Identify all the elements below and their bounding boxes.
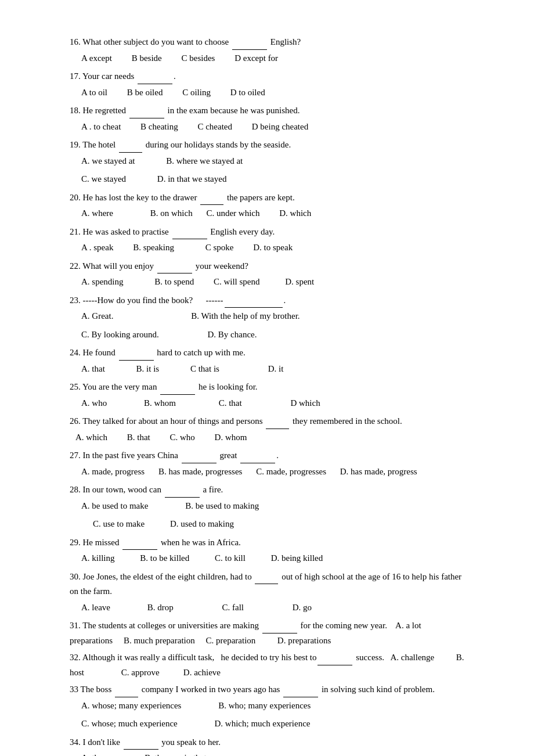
- q28-text: 28. In our town, wood can a fire.: [70, 483, 464, 498]
- question-34: 34. I don't like you speak to her. A. th…: [70, 735, 464, 757]
- q31-text: 31. The students at colleges or universi…: [70, 618, 464, 648]
- question-23: 23. -----How do you find the book? -----…: [70, 293, 464, 343]
- q20-text: 20. He has lost the key to the drawer th…: [70, 190, 464, 206]
- q34-options-1: A. the way B. the way in that: [81, 751, 464, 756]
- q32-text: 32. Although it was really a difficult t…: [70, 650, 464, 680]
- question-18: 18. He regretted in the exam because he …: [70, 103, 464, 134]
- question-17: 17. Your car needs . A to oil B be oiled…: [70, 69, 464, 100]
- q19-options-2: C. we stayed D. in that we stayed: [81, 172, 464, 187]
- question-20: 20. He has lost the key to the drawer th…: [70, 190, 464, 221]
- q22-text: 22. What will you enjoy your weekend?: [70, 259, 464, 274]
- q29-text: 29. He missed when he was in Africa.: [70, 535, 464, 550]
- q16-text: 16. What other subject do you want to ch…: [70, 35, 464, 50]
- question-25: 25. You are the very man he is looking f…: [70, 380, 464, 411]
- q19-options-1: A. we stayed at B. where we stayed at: [81, 154, 464, 169]
- question-33: 33 The boss company I worked in two year…: [70, 682, 464, 732]
- q22-options: A. spending B. to spend C. will spend D.…: [81, 275, 464, 290]
- q19-text: 19. The hotel during our holidays stands…: [70, 138, 464, 153]
- question-26: 26. They talked for about an hour of thi…: [70, 414, 464, 445]
- q23-options-2: C. By looking around. D. By chance.: [81, 327, 464, 343]
- question-29: 29. He missed when he was in Africa. A. …: [70, 535, 464, 566]
- question-28: 28. In our town, wood can a fire. A. be …: [70, 483, 464, 532]
- q25-text: 25. You are the very man he is looking f…: [70, 380, 464, 395]
- q20-options: A. where B. on which C. under which D. w…: [81, 206, 464, 221]
- question-32: 32. Although it was really a difficult t…: [70, 650, 464, 680]
- question-30: 30. Joe Jones, the eldest of the eight c…: [70, 570, 464, 615]
- q34-text: 34. I don't like you speak to her.: [70, 735, 464, 750]
- q29-options: A. killing B. to be killed C. to kill D.…: [81, 551, 464, 566]
- question-21: 21. He was asked to practise English eve…: [70, 225, 464, 255]
- exam-content: 16. What other subject do you want to ch…: [70, 35, 464, 756]
- q23-options-1: A. Great. B. With the help of my brother…: [81, 309, 464, 324]
- question-24: 24. He found hard to catch up with me. A…: [70, 345, 464, 376]
- q27-options: A. made, progress B. has made, progresse…: [81, 465, 464, 480]
- question-16: 16. What other subject do you want to ch…: [70, 35, 464, 66]
- q28-options-1: A. be used to make B. be used to making: [81, 499, 464, 514]
- q21-text: 21. He was asked to practise English eve…: [70, 225, 464, 240]
- q24-text: 24. He found hard to catch up with me.: [70, 345, 464, 361]
- q30-text: 30. Joe Jones, the eldest of the eight c…: [70, 570, 464, 599]
- q16-options: A except B beside C besides D except for: [81, 51, 464, 66]
- q26-text: 26. They talked for about an hour of thi…: [70, 414, 464, 429]
- q18-options: A . to cheat B cheating C cheated D bein…: [81, 120, 464, 135]
- q27-text: 27. In the past five years China great .: [70, 448, 464, 463]
- question-27: 27. In the past five years China great .…: [70, 448, 464, 479]
- q21-options: A . speak B. speaking C spoke D. to spea…: [81, 240, 464, 255]
- q23-text: 23. -----How do you find the book? -----…: [70, 293, 464, 308]
- q18-text: 18. He regretted in the exam because he …: [70, 103, 464, 118]
- q33-options-1: A. whose; many experiences B. who; many …: [81, 699, 464, 714]
- q26-options: A. which B. that C. who D. whom: [75, 430, 464, 445]
- question-22: 22. What will you enjoy your weekend? A.…: [70, 259, 464, 290]
- q17-text: 17. Your car needs .: [70, 69, 464, 84]
- question-31: 31. The students at colleges or universi…: [70, 618, 464, 648]
- question-19: 19. The hotel during our holidays stands…: [70, 138, 464, 187]
- q33-options-2: C. whose; much experience D. which; much…: [81, 717, 464, 732]
- q24-options: A. that B. it is C that is D. it: [81, 362, 464, 377]
- q28-options-2: C. use to make D. used to making: [93, 517, 464, 532]
- q17-options: A to oil B be oiled C oiling D to oiled: [81, 85, 464, 100]
- q33-text: 33 The boss company I worked in two year…: [70, 682, 464, 697]
- q30-options: A. leave B. drop C. fall D. go: [81, 600, 464, 615]
- q25-options: A. who B. whom C. that D which: [81, 396, 464, 411]
